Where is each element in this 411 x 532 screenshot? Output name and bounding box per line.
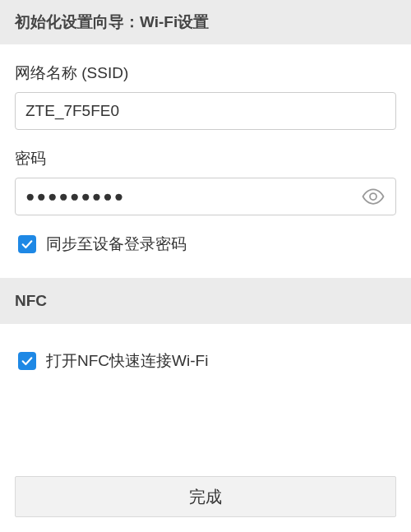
sync-password-checkbox[interactable] xyxy=(18,235,36,253)
wizard-header: 初始化设置向导：Wi-Fi设置 xyxy=(0,0,411,44)
ssid-input[interactable] xyxy=(15,92,396,130)
sync-password-checkbox-row[interactable]: 同步至设备登录密码 xyxy=(15,230,396,278)
nfc-enable-label: 打开NFC快速连接Wi-Fi xyxy=(46,350,208,372)
sync-password-label: 同步至设备登录密码 xyxy=(46,234,187,255)
ssid-field-group: 网络名称 (SSID) xyxy=(15,62,396,130)
wifi-form: 网络名称 (SSID) 密码 同步 xyxy=(0,44,411,278)
password-wrap xyxy=(15,178,396,215)
nfc-header: NFC xyxy=(0,278,411,324)
footer: 完成 xyxy=(0,461,411,532)
checkmark-icon xyxy=(21,238,34,251)
wizard-title: 初始化设置向导：Wi-Fi设置 xyxy=(15,12,209,33)
nfc-header-title: NFC xyxy=(15,292,47,310)
password-input[interactable] xyxy=(15,178,396,215)
nfc-enable-checkbox[interactable] xyxy=(18,352,36,370)
ssid-label: 网络名称 (SSID) xyxy=(15,62,396,84)
eye-icon xyxy=(361,184,386,209)
show-password-button[interactable] xyxy=(357,180,390,213)
nfc-enable-checkbox-row[interactable]: 打开NFC快速连接Wi-Fi xyxy=(15,347,396,395)
nfc-form: 打开NFC快速连接Wi-Fi xyxy=(0,324,411,395)
password-label: 密码 xyxy=(15,148,396,169)
password-field-group: 密码 xyxy=(15,148,396,215)
done-button[interactable]: 完成 xyxy=(15,476,396,517)
checkmark-icon xyxy=(21,354,34,368)
svg-point-0 xyxy=(370,193,376,200)
